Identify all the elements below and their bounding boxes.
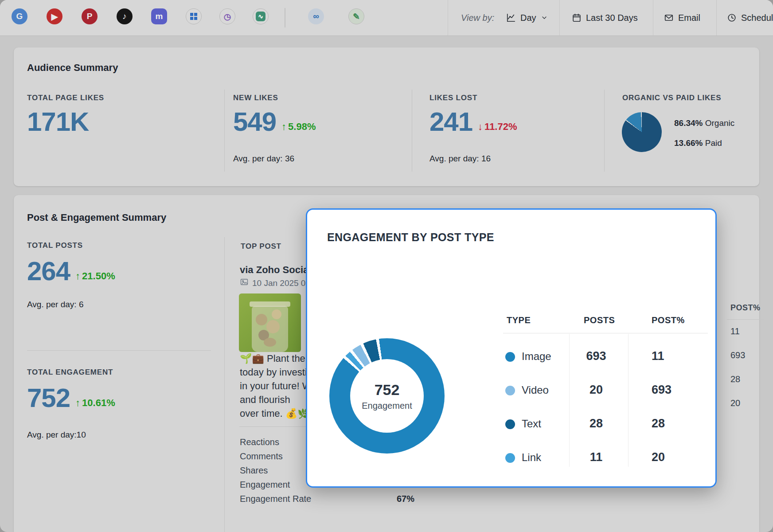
email-button[interactable]: Email	[664, 0, 700, 35]
metric-label: Engagement Rate	[240, 494, 311, 504]
top-post-thumbnail[interactable]	[239, 293, 301, 352]
up-arrow-icon: ↑	[75, 397, 80, 409]
total-posts-delta: ↑21.50%	[75, 270, 115, 285]
background-postpct-value: 11	[730, 326, 740, 336]
table-header-underline	[503, 333, 708, 333]
metric-label: Engagement	[240, 480, 290, 489]
likes-lost-delta: ↓11.72%	[478, 121, 517, 135]
total-engagement-avg: Avg. per day:10	[27, 430, 86, 440]
top-post-source: via Zoho Social	[240, 264, 311, 276]
table-header-postpct: POST%	[652, 315, 685, 325]
posts-value: 28	[570, 417, 623, 430]
up-arrow-icon: ↑	[75, 270, 80, 282]
column-divider	[224, 237, 225, 532]
google-icon[interactable]: G	[12, 8, 27, 24]
compose-icon[interactable]: ✎	[348, 8, 364, 24]
total-posts-label: TOTAL POSTS	[27, 241, 83, 250]
chevron-down-icon	[541, 14, 548, 21]
posts-value: 20	[570, 383, 623, 397]
pinterest-icon[interactable]: P	[82, 8, 98, 24]
top-post-label: TOP POST	[241, 242, 281, 251]
postpct-value: 28	[652, 417, 665, 430]
post-type-row: Text2828	[307, 417, 715, 432]
background-postpct-value: 28	[730, 374, 740, 384]
total-posts-avg: Avg. per day: 6	[27, 300, 83, 309]
likes-lost-label: LIKES LOST	[429, 94, 477, 102]
postpct-value: 693	[652, 383, 671, 397]
total-page-likes-value: 171K	[27, 109, 89, 135]
organic-vs-paid-label: ORGANIC VS PAID LIKES	[622, 94, 721, 102]
section-divider	[27, 350, 211, 351]
email-label: Email	[678, 13, 700, 23]
envelope-icon	[664, 13, 674, 23]
up-arrow-icon: ↑	[281, 121, 286, 133]
paid-label: Paid	[705, 138, 722, 148]
background-postpct-value: 693	[730, 350, 745, 360]
type-label: Link	[522, 451, 541, 464]
mastodon-icon[interactable]: m	[151, 8, 167, 24]
type-color-dot	[505, 352, 515, 362]
new-likes-label: NEW LIKES	[233, 94, 278, 102]
photo-icon	[240, 278, 249, 289]
top-post-metric-row: Engagement Rate67%	[240, 494, 414, 508]
posts-value: 11	[570, 450, 623, 464]
type-color-dot	[505, 453, 515, 463]
column-divider	[224, 90, 225, 172]
type-label: Image	[522, 350, 551, 363]
metric-label: Shares	[240, 466, 268, 475]
posts-value: 693	[570, 349, 623, 363]
schedule-button[interactable]: Schedule	[727, 0, 773, 35]
type-color-dot	[505, 386, 515, 395]
donut-center-label: Engagement	[362, 401, 412, 411]
audience-summary-card: Audience Summary TOTAL PAGE LIKES 171K N…	[14, 47, 759, 186]
view-by-label-wrap: View by:	[461, 0, 494, 35]
engagement-by-post-type-modal: ENGAGEMENT BY POST TYPE 752 Engagement T…	[306, 208, 717, 488]
background-postpct-column: POST% 116932820	[730, 303, 766, 313]
toolbar-divider	[716, 0, 717, 35]
schedule-label: Schedule	[741, 13, 773, 23]
total-engagement-delta: ↑10.61%	[75, 397, 115, 411]
view-by-dropdown[interactable]: Day	[506, 0, 548, 35]
coin	[264, 338, 276, 347]
table-header-type: TYPE	[507, 315, 531, 325]
column-divider	[412, 90, 412, 172]
new-likes-avg: Avg. per day: 36	[233, 154, 294, 164]
timer-icon[interactable]: ◷	[219, 8, 235, 24]
total-page-likes-label: TOTAL PAGE LIKES	[27, 94, 104, 102]
paid-pct: 13.66%	[674, 138, 703, 148]
post-type-row: Video20693	[307, 383, 715, 398]
crm-rings-icon[interactable]: ∞	[308, 8, 324, 24]
down-arrow-icon: ↓	[478, 121, 483, 133]
total-engagement-value: 752	[27, 385, 70, 411]
post-type-row: Image69311	[307, 349, 715, 364]
metric-label: Reactions	[240, 437, 279, 447]
tiktok-icon[interactable]: ♪	[117, 8, 133, 24]
pulse-icon[interactable]: ∿	[253, 8, 269, 24]
youtube-icon[interactable]: ▶	[47, 8, 62, 24]
calendar-icon	[572, 13, 582, 23]
coin	[272, 309, 281, 319]
post-type-row: Link1120	[307, 450, 715, 466]
view-by-value: Day	[520, 13, 536, 23]
metric-value: 67%	[397, 494, 414, 504]
postpct-value: 20	[652, 450, 665, 464]
total-posts-value: 264	[27, 258, 70, 285]
dashboard-root: G▶P♪m◷∿∞✎ View by: Day Last 30 Days	[0, 0, 773, 532]
channel-divider	[285, 8, 285, 27]
date-range-button[interactable]: Last 30 Days	[572, 0, 638, 35]
coin	[256, 314, 267, 325]
coin	[266, 320, 280, 333]
table-header-posts: POSTS	[584, 315, 615, 325]
organic-pct: 86.34%	[674, 118, 703, 128]
apps-grid-icon[interactable]	[186, 8, 202, 24]
modal-title: ENGAGEMENT BY POST TYPE	[327, 231, 494, 244]
column-divider	[604, 90, 605, 172]
organic-label: Organic	[705, 118, 735, 128]
audience-summary-title: Audience Summary	[27, 62, 118, 74]
grid-glyph	[190, 13, 197, 20]
postpct-value: 11	[652, 349, 664, 363]
toolbar-divider	[653, 0, 653, 35]
post-engagement-title: Post & Engagement Summary	[27, 212, 166, 223]
header-underline	[727, 319, 764, 320]
type-label: Video	[522, 384, 549, 396]
